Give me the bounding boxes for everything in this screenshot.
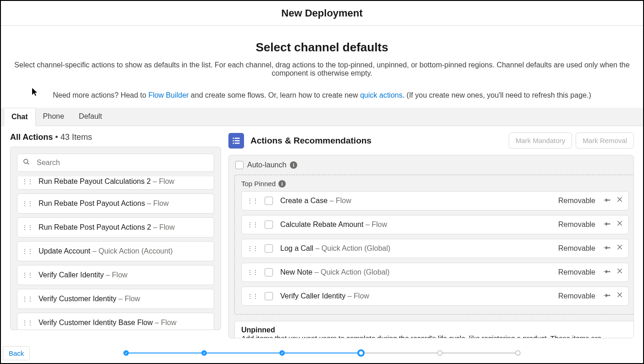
- quick-actions-link[interactable]: quick actions: [360, 91, 403, 99]
- step-5[interactable]: [437, 350, 443, 356]
- pinned-action-row[interactable]: ⋮⋮Create a Case – FlowRemovable: [241, 191, 629, 210]
- row-checkbox[interactable]: [265, 268, 273, 276]
- step-6[interactable]: [515, 350, 521, 356]
- modal-header: New Deployment: [1, 1, 643, 26]
- svg-rect-2: [233, 138, 234, 139]
- mark-mandatory-button[interactable]: Mark Mandatory: [509, 132, 572, 149]
- pinned-action-row[interactable]: ⋮⋮Calculate Rebate Amount – FlowRemovabl…: [241, 215, 629, 234]
- row-checkbox[interactable]: [265, 244, 273, 253]
- pin-icon[interactable]: [604, 196, 611, 205]
- all-actions-panel: All Actions • 43 Items ⋮⋮Run Rebate Payo…: [10, 132, 221, 346]
- step-2[interactable]: [201, 350, 207, 356]
- action-name: Verify Caller Identity: [39, 271, 104, 279]
- action-type: – Flow: [153, 319, 177, 326]
- all-actions-header: All Actions • 43 Items: [10, 132, 221, 142]
- drag-handle-icon[interactable]: ⋮⋮: [22, 248, 33, 254]
- pin-icon[interactable]: [604, 292, 611, 301]
- action-name: New Note: [280, 268, 312, 276]
- action-row[interactable]: ⋮⋮Verify Customer Identity – Flow: [17, 289, 214, 309]
- row-checkbox[interactable]: [265, 221, 273, 229]
- drag-handle-icon[interactable]: ⋮⋮: [247, 222, 258, 227]
- info-icon[interactable]: i: [278, 180, 286, 188]
- step-3[interactable]: [279, 350, 285, 356]
- search-icon: [23, 159, 30, 167]
- drag-handle-icon[interactable]: ⋮⋮: [247, 246, 258, 251]
- back-button[interactable]: Back: [3, 346, 30, 360]
- svg-point-0: [24, 159, 28, 163]
- svg-rect-6: [233, 143, 234, 144]
- drag-handle-icon[interactable]: ⋮⋮: [22, 320, 33, 325]
- unpinned-title: Unpinned: [241, 326, 627, 334]
- search-input[interactable]: [25, 154, 206, 171]
- info-icon[interactable]: i: [290, 161, 297, 169]
- recommendations-icon: [228, 133, 244, 149]
- remove-icon[interactable]: [616, 244, 623, 253]
- section-description: Select channel-specific actions to show …: [13, 61, 631, 77]
- auto-launch-checkbox[interactable]: [235, 161, 244, 169]
- svg-line-1: [27, 163, 29, 165]
- wizard-stepper: [123, 349, 521, 357]
- drag-handle-icon[interactable]: ⋮⋮: [22, 179, 33, 184]
- action-name: Create a Case: [280, 197, 328, 204]
- step-1[interactable]: [123, 350, 129, 356]
- search-wrap: [17, 154, 214, 172]
- svg-rect-3: [235, 138, 240, 139]
- row-checkbox[interactable]: [265, 197, 273, 205]
- action-name: Run Rebate Post Payout Actions: [39, 199, 145, 207]
- drag-handle-icon[interactable]: ⋮⋮: [22, 272, 33, 278]
- top-pinned-region[interactable]: Top Pinned i ⋮⋮Create a Case – FlowRemov…: [234, 175, 633, 314]
- action-row[interactable]: ⋮⋮Verify Caller Identity – Flow: [17, 265, 214, 285]
- action-name: Update Account: [39, 247, 90, 255]
- action-type: – Flow: [145, 199, 169, 207]
- top-pinned-label: Top Pinned i: [241, 180, 629, 188]
- row-checkbox[interactable]: [265, 292, 273, 300]
- action-row[interactable]: ⋮⋮Run Rebate Post Payout Actions – Flow: [17, 193, 214, 214]
- flow-builder-link[interactable]: Flow Builder: [148, 91, 189, 99]
- drag-handle-icon[interactable]: ⋮⋮: [22, 201, 33, 206]
- pin-icon[interactable]: [604, 244, 611, 253]
- action-row[interactable]: ⋮⋮Run Rebate Payout Calculations 2 – Flo…: [17, 176, 214, 190]
- remove-icon[interactable]: [616, 268, 623, 277]
- action-row[interactable]: ⋮⋮Verify Customer Identity Base Flow – F…: [17, 313, 214, 330]
- removable-status: Removable: [558, 244, 595, 253]
- pinned-action-row[interactable]: ⋮⋮Log a Call – Quick Action (Global)Remo…: [241, 239, 629, 258]
- action-row[interactable]: ⋮⋮Update Account – Quick Action (Account…: [17, 241, 214, 261]
- pinned-action-row[interactable]: ⋮⋮Verify Caller Identity – FlowRemovable: [241, 287, 629, 306]
- all-actions-box: ⋮⋮Run Rebate Payout Calculations 2 – Flo…: [10, 147, 221, 330]
- remove-icon[interactable]: [616, 220, 623, 229]
- action-name: Calculate Rebate Amount: [280, 221, 363, 228]
- svg-rect-5: [235, 140, 240, 141]
- drag-handle-icon[interactable]: ⋮⋮: [247, 198, 258, 204]
- unpinned-region[interactable]: Unpinned Add items that you want users t…: [234, 321, 633, 338]
- action-type: – Flow: [117, 295, 140, 303]
- remove-icon[interactable]: [616, 292, 623, 301]
- pin-icon[interactable]: [604, 268, 611, 277]
- recs-title: Actions & Recommendations: [250, 136, 372, 146]
- remove-icon[interactable]: [616, 196, 623, 205]
- pin-icon[interactable]: [604, 220, 611, 229]
- auto-launch-label: Auto-launch: [247, 161, 286, 169]
- action-name: Verify Caller Identity: [280, 292, 345, 300]
- action-name: Verify Customer Identity Base Flow: [39, 319, 153, 326]
- drag-handle-icon[interactable]: ⋮⋮: [22, 296, 33, 302]
- drag-handle-icon[interactable]: ⋮⋮: [22, 225, 33, 230]
- drag-handle-icon[interactable]: ⋮⋮: [247, 293, 258, 299]
- action-name: Verify Customer Identity: [39, 295, 117, 303]
- action-name: Run Rebate Post Payout Actions 2: [39, 223, 151, 231]
- content-area: All Actions • 43 Items ⋮⋮Run Rebate Payo…: [1, 126, 643, 346]
- mark-removable-button[interactable]: Mark Removal: [576, 132, 634, 149]
- tab-default[interactable]: Default: [72, 108, 110, 126]
- removable-status: Removable: [558, 268, 595, 276]
- action-type: – Quick Action (Global): [313, 244, 390, 252]
- action-row[interactable]: ⋮⋮Run Rebate Post Payout Actions 2 – Flo…: [17, 217, 214, 237]
- drag-handle-icon[interactable]: ⋮⋮: [247, 270, 258, 275]
- tab-chat[interactable]: Chat: [4, 108, 36, 126]
- removable-status: Removable: [558, 292, 595, 300]
- svg-rect-7: [235, 143, 240, 144]
- step-4-current[interactable]: [357, 349, 365, 357]
- tab-phone[interactable]: Phone: [36, 108, 72, 126]
- recs-box: Auto-launch i Top Pinned i ⋮⋮Create a Ca…: [228, 155, 634, 338]
- wizard-footer: Back: [2, 344, 642, 362]
- pinned-action-row[interactable]: ⋮⋮New Note – Quick Action (Global)Remova…: [241, 263, 629, 282]
- unpinned-description: Add items that you want users to complet…: [241, 334, 627, 338]
